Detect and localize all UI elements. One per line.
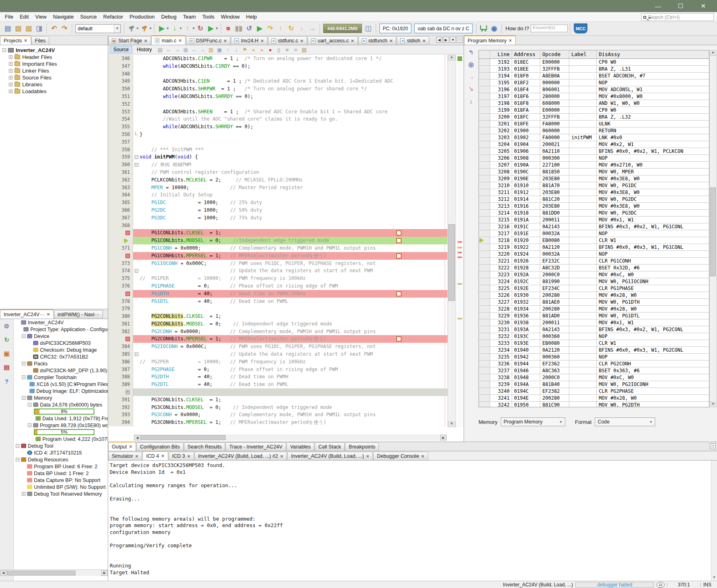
code-fold-margin[interactable] (133, 244, 140, 252)
refresh-dashboard-icon[interactable]: ↻ (3, 336, 11, 344)
code-fold-margin[interactable] (133, 313, 140, 320)
dropdown-icon[interactable]: ▼ (149, 27, 152, 30)
code-fold-margin[interactable] (133, 343, 140, 350)
project-tree-item[interactable]: +Header Files (2, 54, 108, 60)
program-memory-row[interactable]: 320201900060000RETURN (479, 127, 709, 134)
expand-icon[interactable]: + (9, 62, 13, 66)
open-project-icon[interactable]: ▨ (24, 24, 33, 33)
scroll-tabs-left-button[interactable]: ◀ (436, 37, 442, 43)
go-to-pc-icon[interactable]: ↰ (467, 48, 475, 56)
expand-icon[interactable]: + (9, 76, 13, 79)
code-text[interactable]: PG1CONH = 0x0000; // Complementary mode,… (140, 244, 464, 252)
code-line[interactable]: 389 PG2DTL = 40; // Dead time on PWML (108, 381, 464, 388)
scroll-right-icon[interactable]: ▶ (440, 435, 447, 440)
code-fold-margin[interactable]: − (133, 161, 140, 169)
menu-edit[interactable]: Edit (17, 13, 32, 21)
code-line[interactable]: 364 // Initial Duty Setup (108, 191, 464, 199)
comment-icon[interactable]: ≡ (283, 46, 291, 53)
code-fold-margin[interactable] (133, 123, 140, 131)
fold-collapse-icon[interactable]: − (135, 269, 138, 273)
code-fold-margin[interactable] (133, 388, 140, 396)
code-fold-margin[interactable] (133, 358, 140, 366)
fold-collapse-icon[interactable]: − (135, 155, 138, 159)
code-text[interactable]: PG2DTL = 40; // Dead time on PWML (140, 381, 464, 388)
close-icon[interactable]: ✕ (260, 39, 263, 43)
editor-tab-stdfunc-c[interactable]: Cstdfunc.c✕ (268, 36, 307, 45)
previous-bookmark-icon[interactable]: ↑ (224, 46, 232, 53)
output-tab-variables[interactable]: Variables (286, 442, 314, 451)
code-fold-margin[interactable] (133, 70, 140, 78)
format-select[interactable]: Code▼ (595, 417, 655, 426)
code-fold-margin[interactable] (133, 366, 140, 373)
code-line[interactable]: 384 PG2IOCONH = 0x000C; // PWM uses PG1D… (108, 343, 464, 350)
code-text[interactable]: while(ADCON5Lbits.SHRRDY == 0); (140, 123, 464, 131)
program-memory-row[interactable]: 32090190E203E80MOV #0x3E8, W0 (479, 175, 709, 182)
code-text[interactable]: PG2PHASE = 0; // Phase offset in rising … (140, 366, 464, 373)
program-memory-row[interactable]: 32160191C0A2143BFINS #0x3, #0x2, W1, PG1… (479, 223, 709, 230)
code-text[interactable]: PG1CONLbits.CLKSEL = 1; (140, 229, 464, 237)
dropdown-icon[interactable]: ▼ (215, 27, 219, 30)
code-text[interactable]: // 単純 相補PWM (140, 161, 464, 169)
program-memory-row[interactable]: 32250192EEF234CCLR PG1PHASE (479, 285, 709, 292)
notifications-badge[interactable]: 22 (656, 582, 665, 588)
code-fold-margin[interactable] (133, 206, 140, 214)
code-fold-margin[interactable] (133, 191, 140, 199)
code-fold-margin[interactable] (133, 55, 140, 63)
code-line[interactable]: 356} (108, 131, 464, 138)
code-text[interactable]: PG2CONLbits.MODSEL = 0; // Independent e… (140, 320, 464, 328)
output-subtab-icd-4[interactable]: ICD 4✕ (142, 451, 168, 460)
gc-server-icon[interactable]: ◫ (364, 24, 373, 33)
close-icon[interactable]: ✕ (187, 454, 190, 459)
editor-vscrollbar[interactable]: ▲ ▼ (447, 55, 456, 427)
code-fold-margin[interactable] (133, 320, 140, 328)
code-line[interactable]: 357 (108, 138, 464, 146)
dashboard-tree-item[interactable]: dsPIC33CK256MP503 (14, 340, 108, 346)
program-memory-row[interactable]: 3238019482000C0MOV #0xC, W0 (479, 374, 709, 381)
redo-icon[interactable]: ↷ (60, 24, 69, 33)
code-line[interactable]: PG1CONLbits.MODSEL = 0; //Independent ed… (108, 237, 464, 244)
plugins-cart-icon[interactable] (479, 24, 489, 33)
code-line[interactable]: 348 (108, 70, 464, 78)
code-text[interactable] (140, 100, 464, 108)
scroll-thumb[interactable] (7, 571, 75, 575)
breakpoint-icon[interactable] (125, 231, 130, 235)
minimize-button[interactable]: — (647, 0, 669, 12)
find-selection-icon[interactable]: ◎ (182, 46, 189, 53)
project-tree-item[interactable]: +Linker Files (2, 67, 108, 74)
code-fold-margin[interactable] (133, 396, 140, 404)
program-memory-row[interactable]: 321201914881C20MOV W0, PG2DC (479, 196, 709, 203)
output-tab-output[interactable]: Output✕ (108, 442, 136, 451)
collapse-icon[interactable]: − (28, 403, 31, 407)
code-text[interactable] (140, 388, 464, 396)
editor-tab-start-page[interactable]: ▤Start Page✕ (108, 36, 151, 45)
close-icon[interactable]: ✕ (135, 454, 138, 459)
code-text[interactable]: PCLKCONbits.MCLKSEL = 2; // MCLKSEL FPLL… (140, 176, 464, 184)
program-memory-row[interactable]: 320401904200021MOV #0x2, W1 (479, 141, 709, 148)
error-stripe[interactable] (456, 55, 464, 427)
close-icon[interactable]: ✕ (366, 454, 369, 459)
step-out-icon[interactable]: ↑ (276, 24, 286, 33)
code-text[interactable]: ADCON5Lbits.C1PWR = 1 ; /* Turn on analo… (140, 55, 464, 63)
code-line[interactable]: 360− // 単純 相補PWM (108, 161, 464, 169)
memory-gauge[interactable]: 448.9/841.2MB (323, 24, 362, 33)
how-do-i-input[interactable]: Keyword(s) (531, 25, 568, 32)
dashboard-tree-item[interactable]: −Memory (14, 394, 108, 401)
dashboard-tree-item[interactable]: 8% (14, 408, 108, 415)
program-memory-row[interactable]: 32240192C881990MOV W0, PG1IOCONH (479, 278, 709, 285)
next-occurrence-icon[interactable]: → (199, 46, 206, 53)
dashboard-tree-item[interactable]: −Debug Resources (14, 456, 108, 463)
code-text[interactable]: PG3CONHbits.MPERSEL = 1; // MPERselect(m… (140, 419, 464, 426)
status-debugger-state[interactable]: debugger halted (575, 582, 654, 588)
code-line[interactable]: 351 while(ADCON5Lbits.SHRRDY == 0); (108, 93, 464, 100)
program-memory-row[interactable]: 3198018F8608000AND W1, W0, W0 (479, 100, 709, 107)
dashboard-tree-item[interactable]: −Packs (14, 360, 108, 367)
code-fold-margin[interactable] (133, 214, 140, 222)
program-memory-row[interactable]: 322601930200280MOV #0x28, W0 (479, 292, 709, 299)
close-icon[interactable]: ✕ (144, 39, 147, 43)
code-text[interactable]: void initPWM(void) { (140, 153, 464, 161)
program-memory-row[interactable]: 323701946A8C363BSET 0x363, #6 (479, 367, 709, 374)
editor-tab-stdioh[interactable]: hstdioh✕ (397, 36, 429, 45)
code-line[interactable]: 367 PG3DC = 1000; // 75% duty (108, 214, 464, 222)
debugger-console[interactable]: Target device dsPIC33CK256MP503 found.De… (110, 462, 711, 580)
program-memory-row[interactable]: 32400194CEF2382CLR PG2PHASE (479, 388, 709, 395)
